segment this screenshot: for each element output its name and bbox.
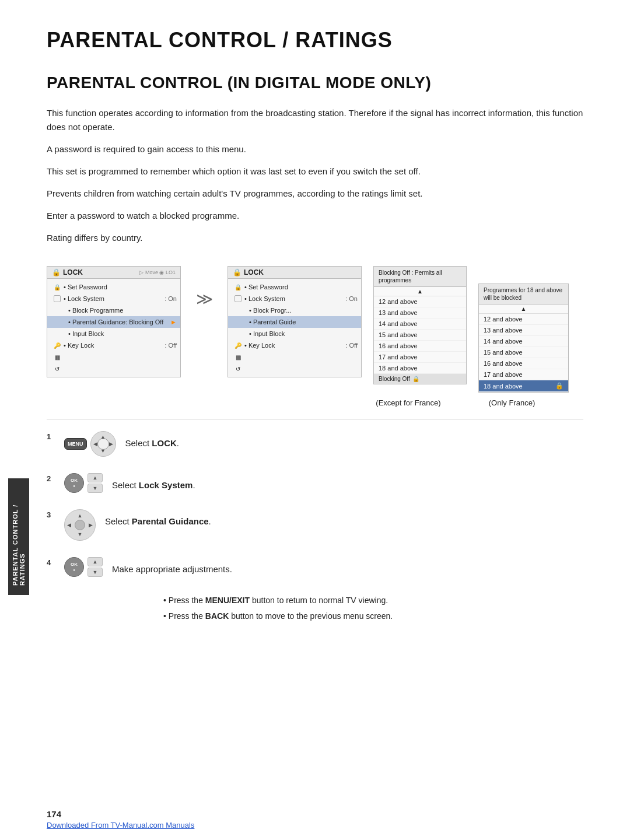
step-2-row: 2 OK● ▲ ▼ Select Lock System. xyxy=(47,473,583,493)
menu-row-parentalguidance: • Parental Guidance: Blocking Off ► xyxy=(47,316,180,328)
arrow-col-step4: ▲ ▼ xyxy=(88,557,103,577)
spacer-caption xyxy=(47,398,204,407)
lock-title-right: 🔒 LOCK xyxy=(233,268,264,276)
page-number: 174 xyxy=(47,809,61,819)
dropdown-item-16: 16 and above xyxy=(374,341,466,352)
label-keylock: • Key Lock xyxy=(64,342,164,349)
arrow-up-step2[interactable]: ▲ xyxy=(88,473,103,482)
dropdown-arrow-up-except: ▲ xyxy=(374,287,466,296)
step-1-number: 1 xyxy=(47,432,55,441)
main-title: PARENTAL CONTROL / RATINGS xyxy=(47,28,583,52)
lock-title-left: 🔒 LOCK xyxy=(52,268,83,276)
icon-key-left: 🔑 xyxy=(51,342,64,349)
nav-circle-step3[interactable]: ▲ ◀ ▶ ▼ xyxy=(64,509,96,541)
value-locksystem-r: : On xyxy=(345,295,358,302)
france-item-18-selected: 18 and above 🔒 xyxy=(479,380,568,392)
caption-area: (Except for France) (Only France) xyxy=(47,398,583,407)
dropdown-item-17: 17 and above xyxy=(374,352,466,363)
label-setpassword-r: • Set Password xyxy=(244,284,358,290)
icon-grid-left: ▦ xyxy=(51,354,64,360)
plus-icon-left: ► xyxy=(170,318,177,326)
caption-only-france: (Only France) xyxy=(467,398,557,407)
step-2-text: Select Lock System. xyxy=(112,473,195,492)
icon-key-right: 🔑 xyxy=(232,342,244,349)
divider xyxy=(47,419,583,419)
footer-notes: • Press the MENU/EXIT button to return t… xyxy=(47,594,583,622)
menu-row-locksystem-r: • Lock System : On xyxy=(228,293,361,304)
label-parentalguide-r: • Parental Guide xyxy=(249,318,358,326)
ok-button-step2[interactable]: OK● xyxy=(64,473,84,493)
dropdown-except-france: Blocking Off : Permits all programmes ▲ … xyxy=(373,266,467,384)
menu-box-right-header: 🔒 LOCK xyxy=(228,267,361,279)
france-header: Programmes for 18 and above will be bloc… xyxy=(479,284,568,304)
step-3-text: Select Parental Guidance. xyxy=(105,509,211,528)
menu-row-blockprog-r: • Block Progr... xyxy=(228,304,361,316)
ok-button-step4[interactable]: OK● xyxy=(64,557,84,577)
label-blockprogramme: • Block Programme xyxy=(68,307,177,314)
step-4-number: 4 xyxy=(47,558,55,567)
icon-refresh-right: ↺ xyxy=(232,366,244,372)
label-keylock-r: • Key Lock xyxy=(244,342,345,349)
step-4-row: 4 OK● ▲ ▼ Make appropriate adjustments. xyxy=(47,557,583,577)
step-4-buttons: OK● ▲ ▼ xyxy=(64,557,103,577)
menu-row-keylock: 🔑 • Key Lock : Off xyxy=(47,340,180,351)
step-1-row: 1 MENU ▲ ◀ ▶ ▼ Select LOCK. xyxy=(47,431,583,457)
header-right-left: ▷ Move ◉ LO1 xyxy=(139,270,176,275)
dropdown-header-except: Blocking Off : Permits all programmes xyxy=(374,267,466,287)
label-inputblock-r: • Input Block xyxy=(249,330,358,337)
label-parentalguidance: • Parental Guidance: Blocking Off xyxy=(68,318,170,326)
sidebar-label: PARENTAL CONTROL / RATINGS xyxy=(8,478,29,595)
lock-icon-selected: 🔒 xyxy=(555,382,564,390)
paragraph-5: Enter a password to watch a blocked prog… xyxy=(47,209,583,223)
menu-box-left-body: 🔒 • Set Password • Lock System : On • Bl… xyxy=(47,279,180,377)
arrow-down-step2[interactable]: ▼ xyxy=(88,484,103,493)
menu-row-inputblock-r: • Input Block xyxy=(228,328,361,340)
dropdown-item-13: 13 and above xyxy=(374,307,466,318)
page-content: PARENTAL CONTROL / RATINGS PARENTAL CONT… xyxy=(0,0,630,661)
menu-row-keylock-r: 🔑 • Key Lock : Off xyxy=(228,340,361,351)
label-locksystem: • Lock System xyxy=(64,295,164,302)
menu-row-icons-left2: ↺ xyxy=(47,363,180,374)
arrow-col-step2: ▲ ▼ xyxy=(88,473,103,493)
screenshot-area: 🔒 LOCK ▷ Move ◉ LO1 🔒 • Set Password • L… xyxy=(47,266,583,393)
icon-refresh-left: ↺ xyxy=(51,366,64,372)
paragraph-6: Rating differs by country. xyxy=(47,231,583,245)
icon-lock-left: 🔒 xyxy=(51,284,64,290)
step-1-buttons: MENU ▲ ◀ ▶ ▼ xyxy=(64,431,116,457)
arrow-between: ≫ xyxy=(192,266,216,309)
france-item-17: 17 and above xyxy=(479,369,568,380)
menu-row-icons-r2: ↺ xyxy=(228,363,361,374)
paragraph-3: This set is programmed to remember which… xyxy=(47,164,583,178)
dropdown-footer: Blocking Off 🔒 xyxy=(374,374,466,384)
france-item-12: 12 and above xyxy=(479,314,568,325)
step-3-row: 3 ▲ ◀ ▶ ▼ Select Parental Guidance. xyxy=(47,509,583,541)
france-item-14: 14 and above xyxy=(479,336,568,347)
nav-circle-step1[interactable]: ▲ ◀ ▶ ▼ xyxy=(90,431,116,457)
menu-row-blockprogramme: • Block Programme xyxy=(47,304,180,316)
menu-button-step1[interactable]: MENU xyxy=(64,438,87,450)
download-link[interactable]: Downloaded From TV-Manual.com Manuals xyxy=(47,821,194,830)
menu-row-locksystem: • Lock System : On xyxy=(47,293,180,304)
spacer-menu-right xyxy=(216,398,350,407)
icon-blank-1 xyxy=(51,295,64,302)
paragraph-1: This function operates according to info… xyxy=(47,106,583,134)
dropdown-item-14: 14 and above xyxy=(374,318,466,330)
arrow-down-step4[interactable]: ▼ xyxy=(88,568,103,577)
value-keylock-r: : Off xyxy=(345,342,358,349)
step-2-buttons: OK● ▲ ▼ xyxy=(64,473,103,493)
step-4-text: Make appropriate adjustments. xyxy=(112,557,232,576)
lock-icon-right: 🔒 xyxy=(233,268,242,276)
france-item-16: 16 and above xyxy=(479,358,568,369)
menu-row-setpassword-r: 🔒 • Set Password xyxy=(228,281,361,293)
dropdown-item-12: 12 and above xyxy=(374,296,466,307)
paragraph-4: Prevents children from watching certain … xyxy=(47,187,583,201)
icon-grid-right: ▦ xyxy=(232,354,244,360)
arrow-up-step4[interactable]: ▲ xyxy=(88,557,103,566)
menu-box-right: 🔒 LOCK 🔒 • Set Password • Lock System : … xyxy=(228,266,362,377)
lock-icon-footer: 🔒 xyxy=(412,376,419,382)
menu-box-left-header: 🔒 LOCK ▷ Move ◉ LO1 xyxy=(47,267,180,279)
label-blockprog-r: • Block Progr... xyxy=(249,307,358,314)
dropdown-item-18: 18 and above xyxy=(374,363,466,374)
paragraph-2: A password is required to gain access to… xyxy=(47,142,583,156)
label-setpassword: • Set Password xyxy=(64,284,177,290)
